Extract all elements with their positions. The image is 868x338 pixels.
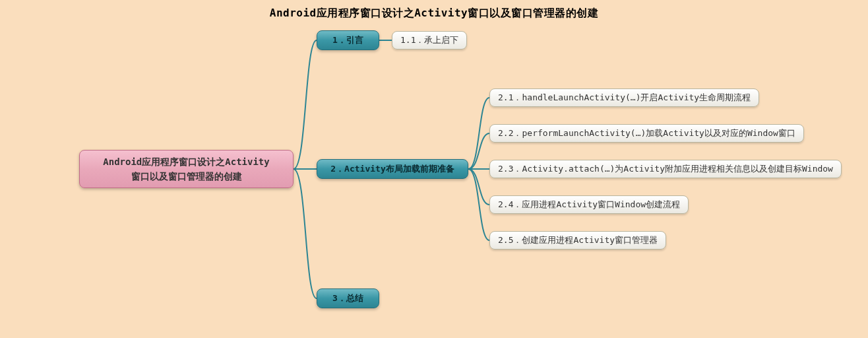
leaf-node-2-1[interactable]: 2.1．handleLaunchActivity(…)开启Activity生命周… [489, 88, 759, 107]
leaf-label: 2.5．创建应用进程Activity窗口管理器 [498, 234, 658, 246]
diagram-title: Android应用程序窗口设计之Activity窗口以及窗口管理器的创建 [0, 7, 868, 20]
branch-label: 1．引言 [332, 34, 363, 46]
root-label: Android应用程序窗口设计之Activity窗口以及窗口管理器的创建 [103, 154, 269, 184]
root-node[interactable]: Android应用程序窗口设计之Activity窗口以及窗口管理器的创建 [79, 150, 294, 188]
leaf-node-2-4[interactable]: 2.4．应用进程Activity窗口Window创建流程 [489, 195, 689, 214]
branch-label: 2．Activity布局加载前期准备 [330, 163, 454, 175]
branch-node-3[interactable]: 3．总结 [317, 288, 379, 308]
branch-node-1[interactable]: 1．引言 [317, 30, 379, 50]
leaf-label: 2.4．应用进程Activity窗口Window创建流程 [498, 199, 680, 211]
leaf-node-1-1[interactable]: 1.1．承上启下 [392, 31, 467, 50]
leaf-label: 2.3．Activity.attach(…)为Activity附加应用进程相关信… [498, 163, 833, 175]
leaf-node-2-3[interactable]: 2.3．Activity.attach(…)为Activity附加应用进程相关信… [489, 160, 842, 178]
branch-label: 3．总结 [332, 292, 363, 304]
branch-node-2[interactable]: 2．Activity布局加载前期准备 [317, 159, 468, 179]
leaf-label: 2.2．performLaunchActivity(…)加载Activity以及… [498, 127, 795, 139]
leaf-node-2-2[interactable]: 2.2．performLaunchActivity(…)加载Activity以及… [489, 124, 804, 143]
leaf-label: 1.1．承上启下 [400, 34, 458, 46]
leaf-label: 2.1．handleLaunchActivity(…)开启Activity生命周… [498, 92, 751, 104]
leaf-node-2-5[interactable]: 2.5．创建应用进程Activity窗口管理器 [489, 231, 666, 250]
